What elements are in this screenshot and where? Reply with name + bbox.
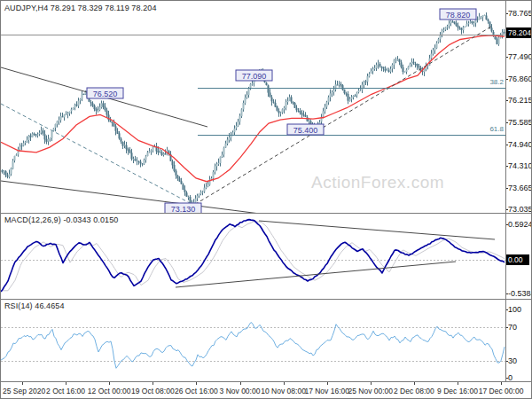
rsi-pane[interactable]: 10070300: [1, 299, 532, 381]
macd-upper-trendline[interactable]: [259, 221, 495, 239]
symbol-title: AUDJPY,H4 78.291 78.329 78.119 78.204: [4, 4, 157, 12]
rsi-axis-label: 70: [508, 323, 517, 332]
pivot-price-label: 78.820: [446, 11, 471, 20]
time-axis-label: 19 Oct 08:00: [131, 387, 175, 395]
time-axis-tick: [153, 382, 153, 385]
fib-level-label: 61.8: [489, 125, 504, 133]
price-axis-label: 76.860: [508, 74, 532, 83]
time-axis-label: 17 Nov 16:00: [304, 387, 349, 395]
macd-axis-label: 0.5924: [508, 220, 532, 229]
price-axis-label: 75.585: [508, 118, 532, 127]
price-axis-label: 74.310: [508, 161, 532, 170]
rsi-axis-label: 30: [508, 356, 517, 365]
time-axis-tick: [196, 382, 197, 385]
time-axis-tick: [109, 382, 110, 385]
macd-title: MACD(12,26,9) -0.0343 0.0150: [4, 215, 118, 224]
price-axis-label: 77.490: [508, 52, 532, 61]
time-axis-tick: [458, 382, 458, 385]
price-axis-label: 76.215: [508, 96, 532, 105]
time-axis-tick: [66, 382, 66, 385]
time-axis-label: 12 Oct 00:00: [88, 387, 131, 395]
rsi-axis-label: 100: [508, 305, 521, 314]
time-axis-label: 26 Oct 16:00: [175, 387, 218, 395]
time-axis-label: 3 Nov 00:00: [220, 387, 261, 395]
time-axis-tick: [327, 382, 328, 385]
time-axis-label: 10 Nov 08:00: [261, 387, 306, 395]
rsi-axis-label: 0: [508, 373, 512, 381]
current-price-value: 78.204: [508, 28, 531, 37]
macd-pane[interactable]: 0.5924-0.53840.00: [1, 213, 532, 299]
time-axis-label: 9 Dec 16:00: [437, 387, 478, 395]
time-axis-tick: [240, 382, 241, 385]
time-axis-label: 17 Dec 00:00: [479, 387, 524, 395]
main-price-pane[interactable]: 38.261.878.76577.49076.86076.21575.58574…: [1, 1, 532, 213]
pivot-price-label: 77.090: [242, 72, 267, 81]
lower-descending-trendline[interactable]: [1, 181, 267, 213]
time-axis-label: 25 Nov 00:00: [348, 387, 394, 395]
chart-window: AUDJPY,H4 78.291 78.329 78.119 78.204 Ac…: [0, 0, 532, 399]
macd-lower-trendline[interactable]: [176, 262, 456, 287]
time-axis-tick: [22, 382, 23, 385]
red-moving-average-line[interactable]: [1, 35, 505, 182]
time-axis-tick: [501, 382, 502, 385]
time-axis-tick: [414, 382, 415, 385]
macd-axis-label: -0.5384: [508, 289, 532, 298]
pivot-price-label: 73.130: [171, 205, 196, 214]
time-axis-label: 25 Sep 2020: [3, 387, 45, 395]
price-axis-label: 74.940: [508, 140, 532, 149]
time-axis-tick: [371, 382, 372, 385]
fib-level-label: 38.2: [489, 78, 504, 86]
watermark: ActionForex.com: [311, 173, 444, 192]
time-axis[interactable]: 25 Sep 20202 Oct 16:0012 Oct 00:0019 Oct…: [1, 381, 532, 399]
time-axis-label: 2 Dec 08:00: [394, 387, 434, 395]
price-axis-label: 73.665: [508, 184, 532, 192]
price-axis-label: 73.035: [508, 205, 532, 213]
price-axis-label: 78.765: [508, 9, 532, 18]
macd-main-line: [1, 220, 505, 292]
rsi-line: [1, 323, 505, 369]
pivot-price-label: 75.400: [293, 126, 318, 135]
time-axis-label: 2 Oct 16:00: [46, 387, 85, 395]
time-axis-tick: [284, 382, 285, 385]
macd-value-text: 0.00: [508, 255, 523, 264]
rsi-title: RSI(14) 46.4654: [4, 301, 65, 310]
pivot-price-label: 76.520: [93, 90, 118, 98]
